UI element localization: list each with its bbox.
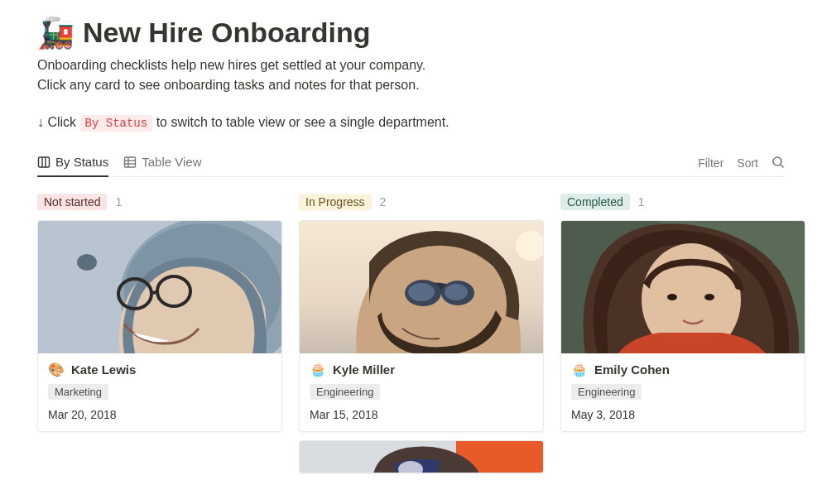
card-body: 🧁 Kyle Miller Engineering Mar 15, 2018 bbox=[300, 353, 543, 431]
cupcake-icon: 🧁 bbox=[571, 362, 588, 377]
svg-point-29 bbox=[704, 294, 714, 300]
svg-point-7 bbox=[773, 157, 781, 166]
department-tag: Engineering bbox=[310, 384, 380, 400]
svg-point-20 bbox=[408, 283, 435, 301]
status-badge-not-started: Not started bbox=[37, 194, 107, 210]
card-name-row: 🧁 Kyle Miller bbox=[310, 362, 533, 377]
tabs: By Status Table View bbox=[37, 150, 201, 176]
tab-by-status-label: By Status bbox=[55, 155, 108, 169]
department-tag: Marketing bbox=[48, 384, 108, 400]
description-line-1: Onboarding checklists help new hires get… bbox=[37, 55, 785, 75]
card-emily-cohen[interactable]: 🧁 Emily Cohen Engineering May 3, 2018 bbox=[560, 220, 805, 432]
tab-by-status[interactable]: By Status bbox=[37, 150, 108, 177]
search-button[interactable] bbox=[772, 156, 785, 171]
column-count: 1 bbox=[115, 195, 122, 209]
card-date: Mar 20, 2018 bbox=[48, 408, 272, 421]
card-kyle-miller[interactable]: 🧁 Kyle Miller Engineering Mar 15, 2018 bbox=[299, 220, 544, 432]
controls: Filter Sort bbox=[698, 156, 785, 171]
card-image bbox=[561, 221, 805, 353]
tab-table-view-label: Table View bbox=[142, 155, 201, 169]
card-body: 🎨 Kate Lewis Marketing Mar 20, 2018 bbox=[38, 353, 281, 431]
board: Not started 1 bbox=[37, 194, 785, 482]
card-kate-lewis[interactable]: 🎨 Kate Lewis Marketing Mar 20, 2018 bbox=[37, 220, 282, 432]
column-header: Not started 1 bbox=[37, 194, 282, 210]
column-header: In Progress 2 bbox=[299, 194, 544, 210]
cupcake-icon: 🧁 bbox=[310, 362, 326, 377]
column-not-started: Not started 1 bbox=[37, 194, 282, 482]
card-name-row: 🎨 Kate Lewis bbox=[48, 362, 272, 377]
hint-code: By Status bbox=[80, 115, 153, 132]
hint-text: ↓ Click By Status to switch to table vie… bbox=[37, 115, 785, 130]
status-badge-completed: Completed bbox=[560, 194, 630, 210]
svg-line-14 bbox=[151, 292, 157, 293]
page-description: Onboarding checklists help new hires get… bbox=[37, 55, 785, 95]
tab-table-view[interactable]: Table View bbox=[123, 150, 201, 177]
board-icon bbox=[37, 156, 50, 169]
svg-line-8 bbox=[781, 165, 784, 168]
column-in-progress: In Progress 2 bbox=[299, 194, 544, 482]
search-icon bbox=[772, 156, 785, 169]
card-image bbox=[300, 441, 543, 473]
card-body: 🧁 Emily Cohen Engineering May 3, 2018 bbox=[561, 353, 805, 431]
filter-button[interactable]: Filter bbox=[698, 156, 723, 170]
card-date: Mar 15, 2018 bbox=[310, 408, 533, 421]
card-image bbox=[300, 221, 543, 353]
page-title-row: 🚂 New Hire Onboarding bbox=[37, 17, 785, 49]
column-count: 2 bbox=[380, 195, 387, 209]
svg-point-28 bbox=[667, 294, 677, 300]
svg-rect-3 bbox=[125, 157, 136, 167]
table-icon bbox=[123, 156, 137, 169]
tabs-row: By Status Table View Filter Sort bbox=[37, 150, 785, 177]
column-completed: Completed 1 🧁 bbox=[560, 194, 805, 482]
svg-point-15 bbox=[77, 254, 97, 271]
palette-icon: 🎨 bbox=[48, 362, 65, 377]
department-tag: Engineering bbox=[571, 384, 642, 400]
train-icon: 🚂 bbox=[37, 18, 75, 48]
svg-point-21 bbox=[445, 284, 468, 300]
svg-rect-0 bbox=[39, 157, 50, 167]
card-image bbox=[38, 221, 281, 353]
sort-button[interactable]: Sort bbox=[737, 156, 758, 170]
hint-suffix: to switch to table view or see a single … bbox=[152, 115, 449, 129]
card-name: Kyle Miller bbox=[333, 362, 395, 377]
status-badge-in-progress: In Progress bbox=[299, 194, 372, 210]
card-name: Kate Lewis bbox=[71, 362, 136, 377]
card-date: May 3, 2018 bbox=[571, 408, 795, 421]
column-count: 1 bbox=[638, 195, 645, 209]
hint-prefix: ↓ Click bbox=[37, 115, 80, 129]
description-line-2: Click any card to see onboarding tasks a… bbox=[37, 75, 785, 95]
card-name: Emily Cohen bbox=[594, 362, 670, 377]
card-partial[interactable] bbox=[299, 440, 544, 473]
column-header: Completed 1 bbox=[560, 194, 805, 210]
page-title: New Hire Onboarding bbox=[83, 17, 371, 49]
card-name-row: 🧁 Emily Cohen bbox=[571, 362, 795, 377]
